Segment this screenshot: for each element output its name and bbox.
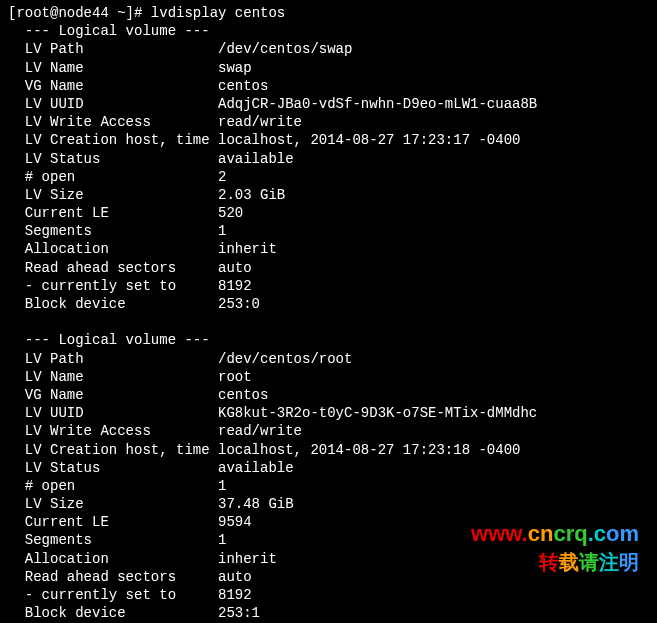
- field-label: # open: [8, 477, 218, 495]
- field-label: LV Status: [8, 150, 218, 168]
- field-label: - currently set to: [8, 277, 218, 295]
- field-row: LV Creation host, timelocalhost, 2014-08…: [8, 441, 649, 459]
- wm-part: 载: [559, 551, 579, 573]
- field-value: 8192: [218, 277, 252, 295]
- field-row: LV UUIDAdqjCR-JBa0-vdSf-nwhn-D9eo-mLW1-c…: [8, 95, 649, 113]
- lv-header: --- Logical volume ---: [8, 22, 649, 40]
- field-value: localhost, 2014-08-27 17:23:17 -0400: [218, 131, 520, 149]
- field-value: inherit: [218, 550, 277, 568]
- field-label: LV Write Access: [8, 113, 218, 131]
- field-value: centos: [218, 386, 268, 404]
- field-row: LV Write Accessread/write: [8, 422, 649, 440]
- field-label: LV Status: [8, 459, 218, 477]
- field-value: available: [218, 459, 294, 477]
- field-label: - currently set to: [8, 586, 218, 604]
- watermark-text: 转载请注明: [471, 549, 639, 575]
- field-value: swap: [218, 59, 252, 77]
- field-label: Allocation: [8, 240, 218, 258]
- field-value: read/write: [218, 422, 302, 440]
- field-row: # open2: [8, 168, 649, 186]
- field-label: VG Name: [8, 386, 218, 404]
- field-row: LV Statusavailable: [8, 459, 649, 477]
- field-value: inherit: [218, 240, 277, 258]
- shell-prompt: [root@node44 ~]# lvdisplay centos: [8, 4, 649, 22]
- field-label: Read ahead sectors: [8, 568, 218, 586]
- field-label: Block device: [8, 604, 218, 622]
- field-label: Current LE: [8, 513, 218, 531]
- field-value: KG8kut-3R2o-t0yC-9D3K-o7SE-MTix-dMMdhc: [218, 404, 537, 422]
- field-row: LV Nameswap: [8, 59, 649, 77]
- field-row: Block device253:1: [8, 604, 649, 622]
- field-row: LV UUIDKG8kut-3R2o-t0yC-9D3K-o7SE-MTix-d…: [8, 404, 649, 422]
- field-value: 9594: [218, 513, 252, 531]
- field-value: centos: [218, 77, 268, 95]
- field-label: VG Name: [8, 77, 218, 95]
- field-value: 1: [218, 477, 226, 495]
- field-label: LV Path: [8, 350, 218, 368]
- field-row: Segments1: [8, 222, 649, 240]
- field-row: LV Path/dev/centos/swap: [8, 40, 649, 58]
- field-row: - currently set to8192: [8, 586, 649, 604]
- field-row: LV Size37.48 GiB: [8, 495, 649, 513]
- wm-part: .c: [588, 521, 606, 546]
- field-value: auto: [218, 259, 252, 277]
- field-value: 8192: [218, 586, 252, 604]
- wm-part: 注: [599, 551, 619, 573]
- field-value: auto: [218, 568, 252, 586]
- field-label: Current LE: [8, 204, 218, 222]
- field-row: LV Creation host, timelocalhost, 2014-08…: [8, 131, 649, 149]
- field-label: LV Name: [8, 368, 218, 386]
- field-label: Allocation: [8, 550, 218, 568]
- field-label: LV Write Access: [8, 422, 218, 440]
- field-label: Segments: [8, 222, 218, 240]
- field-row: LV Write Accessread/write: [8, 113, 649, 131]
- field-row: VG Namecentos: [8, 386, 649, 404]
- field-value: available: [218, 150, 294, 168]
- field-row: Current LE520: [8, 204, 649, 222]
- field-label: LV Path: [8, 40, 218, 58]
- field-value: read/write: [218, 113, 302, 131]
- field-value: 2.03 GiB: [218, 186, 285, 204]
- field-row: Allocationinherit: [8, 240, 649, 258]
- field-value: 1: [218, 222, 226, 240]
- field-row: LV Nameroot: [8, 368, 649, 386]
- field-value: 37.48 GiB: [218, 495, 294, 513]
- field-row: - currently set to8192: [8, 277, 649, 295]
- field-value: 1: [218, 531, 226, 549]
- field-row: Read ahead sectorsauto: [8, 259, 649, 277]
- field-value: AdqjCR-JBa0-vdSf-nwhn-D9eo-mLW1-cuaa8B: [218, 95, 537, 113]
- field-value: 253:1: [218, 604, 260, 622]
- field-label: LV UUID: [8, 404, 218, 422]
- lv-header: --- Logical volume ---: [8, 331, 649, 349]
- field-label: LV Creation host, time: [8, 441, 218, 459]
- field-label: LV Size: [8, 186, 218, 204]
- field-label: Segments: [8, 531, 218, 549]
- field-row: LV Size2.03 GiB: [8, 186, 649, 204]
- field-label: Block device: [8, 295, 218, 313]
- field-value: localhost, 2014-08-27 17:23:18 -0400: [218, 441, 520, 459]
- lv-block-1: --- Logical volume --- LV Path/dev/cento…: [8, 331, 649, 622]
- field-label: Read ahead sectors: [8, 259, 218, 277]
- wm-part: 请: [579, 551, 599, 573]
- field-value: root: [218, 368, 252, 386]
- lv-block-0: --- Logical volume --- LV Path/dev/cento…: [8, 22, 649, 313]
- wm-part: 明: [619, 551, 639, 573]
- field-label: LV UUID: [8, 95, 218, 113]
- field-value: 253:0: [218, 295, 260, 313]
- field-value: 520: [218, 204, 243, 222]
- field-label: # open: [8, 168, 218, 186]
- field-row: Block device253:0: [8, 295, 649, 313]
- field-value: /dev/centos/swap: [218, 40, 352, 58]
- field-row: LV Path/dev/centos/root: [8, 350, 649, 368]
- watermark: www.cncrq.com 转载请注明: [471, 520, 639, 575]
- wm-part: cn: [528, 521, 554, 546]
- field-label: LV Creation host, time: [8, 131, 218, 149]
- wm-part: crq: [553, 521, 587, 546]
- field-label: LV Size: [8, 495, 218, 513]
- field-value: /dev/centos/root: [218, 350, 352, 368]
- field-row: LV Statusavailable: [8, 150, 649, 168]
- field-value: 2: [218, 168, 226, 186]
- blank-line: [8, 313, 649, 331]
- field-row: # open1: [8, 477, 649, 495]
- wm-part: om: [606, 521, 639, 546]
